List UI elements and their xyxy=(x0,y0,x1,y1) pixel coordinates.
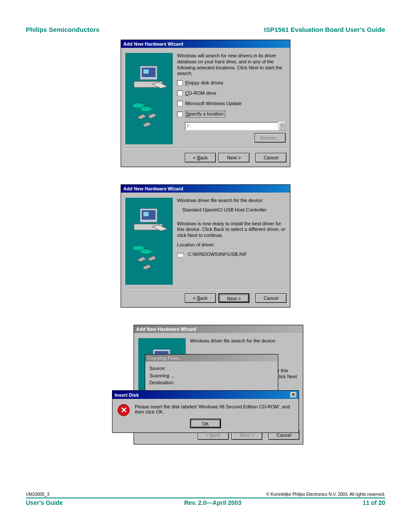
titlebar: Add New Hardware Wizard xyxy=(121,40,290,48)
floppy-checkbox[interactable] xyxy=(177,80,183,86)
titlebar-text: Add New Hardware Wizard xyxy=(123,41,183,47)
page-header: Philips Semiconductors ISP1561 Evaluatio… xyxy=(0,0,411,33)
cancel-button[interactable]: Cancel xyxy=(255,153,286,162)
ok-button[interactable]: OK xyxy=(190,419,221,428)
footer-center: Rev. 2.0—April 2003 xyxy=(184,499,241,506)
close-icon[interactable]: ✕ xyxy=(290,392,296,398)
footer-right: 11 of 20 xyxy=(363,499,385,506)
copy-source-label: Source: xyxy=(149,365,274,372)
doc-id: UM10005_3 xyxy=(26,492,49,497)
wizard-side-graphic xyxy=(125,53,173,144)
error-icon: ✕ xyxy=(118,404,130,416)
copying-titlebar: Copying Files... xyxy=(145,355,278,361)
divider xyxy=(125,148,286,149)
inf-file-icon xyxy=(177,252,185,258)
wizard-dialog-ready-install: Add New Hardware Wizard xyxy=(121,184,290,308)
footer-left: User's Guide xyxy=(26,499,63,506)
browse-button[interactable]: Browse... xyxy=(255,133,286,143)
search-device-label: Windows driver file search for the devic… xyxy=(190,338,299,344)
svg-rect-14 xyxy=(143,212,149,216)
copying-files-dialog: Copying Files... Source: Scanning ... De… xyxy=(145,354,278,393)
specify-checkbox[interactable] xyxy=(177,112,183,117)
computer-hardware-icon xyxy=(125,53,173,144)
winupdate-label: Microsoft Windows Update xyxy=(185,101,242,107)
location-combo-input[interactable]: F: xyxy=(185,122,278,131)
wizard-side-graphic xyxy=(125,198,173,285)
insert-disk-message: Please insert the disk labeled 'Windows … xyxy=(135,404,293,414)
computer-hardware-icon xyxy=(125,198,173,285)
cdrom-checkbox[interactable] xyxy=(177,90,183,96)
header-right: ISP1561 Evaluation Board User's Guide xyxy=(264,26,385,33)
svg-rect-3 xyxy=(143,69,149,74)
wizard-intro-text: Windows will search for new drivers in i… xyxy=(177,53,286,77)
specify-label: Specify a location: xyxy=(185,111,225,118)
header-left: Philips Semiconductors xyxy=(26,26,100,33)
insert-disk-dialog: Insert Disk ✕ ✕ Please insert the disk l… xyxy=(112,390,299,433)
page-footer: UM10005_3 © Koninklijke Philips Electron… xyxy=(26,492,385,506)
wizard-dialog-search-options: Add New Hardware Wizard xyxy=(121,40,290,167)
floppy-label: Floppy disk drives xyxy=(185,80,223,86)
insert-disk-titlebar: Insert Disk ✕ xyxy=(112,391,299,399)
titlebar-text: Add New Hardware Wizard xyxy=(123,186,183,191)
winupdate-checkbox[interactable] xyxy=(177,101,183,106)
next-button[interactable]: Next > xyxy=(218,293,249,303)
cdrom-label: CD-ROM drive xyxy=(185,90,216,96)
titlebar-text: Add New Hardware Wizard xyxy=(136,327,196,332)
titlebar-text: Insert Disk xyxy=(115,392,139,398)
location-label: Location of driver: xyxy=(177,242,286,248)
driver-location-row: C:\WINDOWS\INF\USB.INF xyxy=(177,252,286,258)
cancel-button[interactable]: Cancel xyxy=(255,293,286,303)
copyright: © Koninklijke Philips Electronics N.V. 2… xyxy=(266,492,385,497)
divider xyxy=(125,288,286,289)
back-button[interactable]: < Back xyxy=(185,153,216,162)
location-combo-dropdown[interactable]: ▼ xyxy=(278,122,286,131)
search-device-label: Windows driver file search for the devic… xyxy=(177,198,286,204)
back-button[interactable]: < Back xyxy=(185,293,216,303)
copy-scanning-label: Scanning ... xyxy=(149,372,274,380)
svg-rect-23 xyxy=(177,252,184,254)
titlebar-inactive: Add New Hardware Wizard xyxy=(134,325,303,333)
driver-path: C:\WINDOWS\INF\USB.INF xyxy=(188,252,247,257)
next-button[interactable]: Next > xyxy=(218,153,249,162)
stacked-dialogs: Add New Hardware Wizard Windows driver f… xyxy=(112,325,299,454)
ready-install-text: Windows is now ready to install the best… xyxy=(177,221,286,239)
svg-point-7 xyxy=(140,106,152,112)
dialogs-container: Add New Hardware Wizard xyxy=(0,33,411,454)
copy-destination-label: Destination: xyxy=(149,379,274,386)
svg-point-18 xyxy=(140,249,152,254)
titlebar: Add New Hardware Wizard xyxy=(121,185,290,193)
device-name: Standard OpenHCI USB Host Controller xyxy=(182,207,286,213)
